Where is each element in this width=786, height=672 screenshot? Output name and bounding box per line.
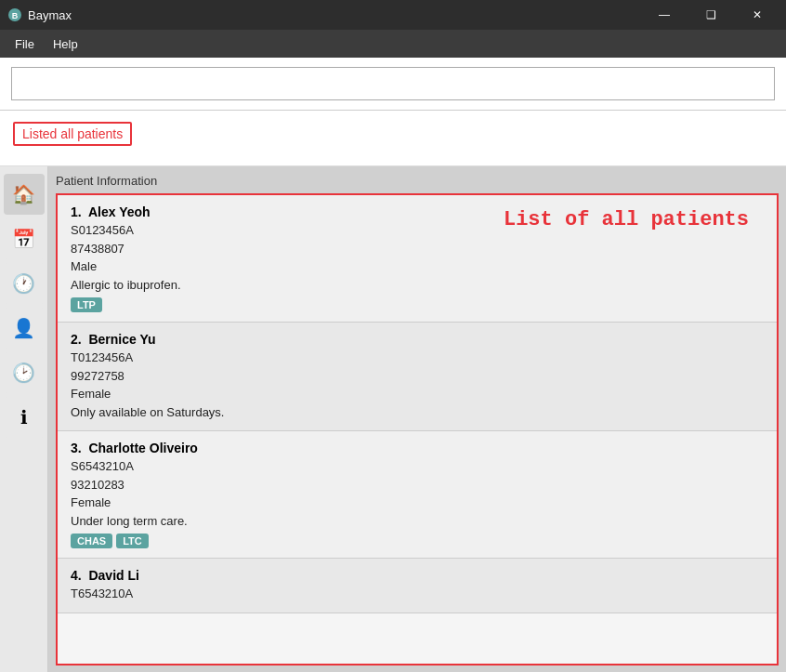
- patient-name: 4. David Li: [71, 568, 764, 583]
- sidebar: 🏠 📅 🕐 👤 🕑 ℹ: [0, 166, 48, 672]
- patient-name: 1. Alex Yeoh: [71, 204, 764, 219]
- patient-detail: S0123456A: [71, 221, 764, 240]
- app-icon: B: [7, 7, 22, 22]
- maximize-button[interactable]: ❑: [689, 0, 732, 30]
- patient-list: 1. Alex Yeoh S0123456A87438807MaleAllerg…: [58, 195, 777, 613]
- sidebar-info-button[interactable]: ℹ: [4, 397, 45, 438]
- patient-detail: 87438807: [71, 240, 764, 258]
- sidebar-calendar-button[interactable]: 📅: [4, 218, 45, 259]
- patient-detail: Allergic to ibuprofen.: [71, 276, 764, 295]
- patient-name: 3. Charlotte Oliveiro: [71, 441, 764, 455]
- sidebar-home-button[interactable]: 🏠: [4, 174, 45, 215]
- tag-badge: CHAS: [71, 534, 112, 548]
- table-row[interactable]: 2. Bernice Yu T0123456A99272758FemaleOnl…: [58, 323, 777, 431]
- sidebar-schedule-button[interactable]: 🕑: [4, 352, 45, 393]
- panel-header: Patient Information: [56, 174, 779, 188]
- patient-detail: 99272758: [71, 367, 764, 386]
- patient-detail: Only available on Saturdays.: [71, 403, 764, 422]
- tag-badge: LTP: [71, 297, 102, 312]
- menu-bar: File Help: [0, 30, 786, 58]
- patient-detail: Under long term care.: [71, 512, 764, 531]
- patient-name: 2. Bernice Yu: [71, 332, 764, 347]
- menu-file[interactable]: File: [7, 33, 42, 55]
- table-row[interactable]: 1. Alex Yeoh S0123456A87438807MaleAllerg…: [58, 195, 777, 323]
- table-row[interactable]: 3. Charlotte Oliveiro S6543210A93210283F…: [58, 431, 777, 559]
- title-bar-left: B Baymax: [7, 7, 72, 22]
- patient-detail: Female: [71, 385, 764, 403]
- command-input[interactable]: [11, 67, 775, 100]
- svg-text:B: B: [12, 11, 19, 20]
- tag-badge: LTC: [116, 534, 149, 548]
- status-area: Listed all patients: [0, 111, 786, 166]
- patient-detail: Female: [71, 494, 764, 512]
- close-button[interactable]: ✕: [736, 0, 779, 30]
- patient-detail: T6543210A: [71, 585, 764, 603]
- table-row[interactable]: 4. David Li T6543210A: [58, 559, 777, 613]
- status-badge: Listed all patients: [13, 122, 132, 146]
- tag-list: CHASLTC: [71, 534, 764, 548]
- sidebar-clock-button[interactable]: 🕐: [4, 263, 45, 304]
- title-bar: B Baymax — ❑ ✕: [0, 0, 786, 30]
- patient-detail: 93210283: [71, 476, 764, 494]
- minimize-button[interactable]: —: [643, 0, 686, 30]
- main-content: 🏠 📅 🕐 👤 🕑 ℹ Patient Information List of …: [0, 166, 786, 672]
- patient-detail: S6543210A: [71, 457, 764, 476]
- patient-detail: Male: [71, 257, 764, 276]
- patient-panel: Patient Information List of all patients…: [48, 166, 786, 672]
- patient-list-box: List of all patients 1. Alex Yeoh S01234…: [56, 193, 779, 665]
- command-area: [0, 58, 786, 111]
- menu-help[interactable]: Help: [46, 33, 85, 55]
- window-controls: — ❑ ✕: [643, 0, 779, 30]
- patient-detail: T0123456A: [71, 349, 764, 367]
- app-title: Baymax: [28, 8, 72, 22]
- sidebar-patient-button[interactable]: 👤: [4, 308, 45, 349]
- tag-list: LTP: [71, 297, 764, 312]
